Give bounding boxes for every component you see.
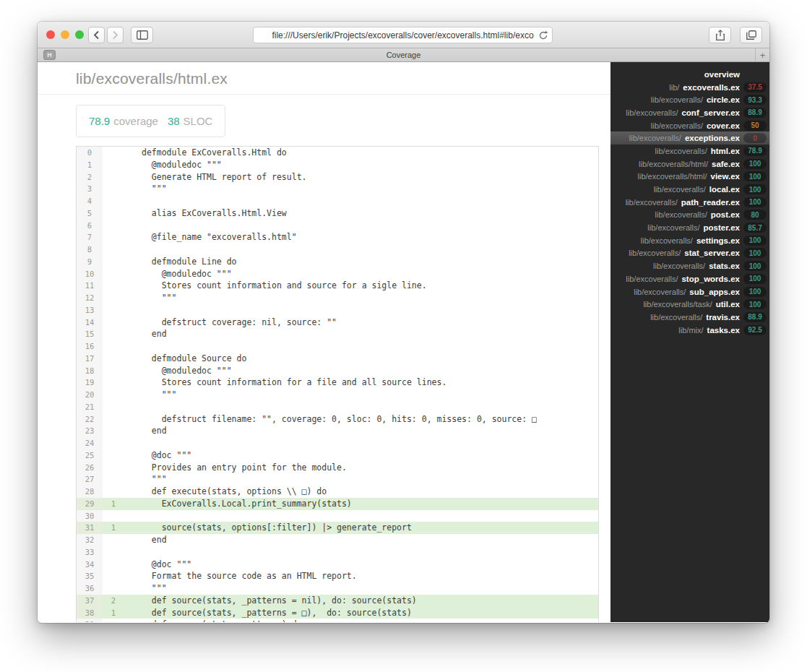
code-line-row: 23 end [77, 425, 598, 437]
line-hit-count [103, 449, 124, 462]
sidebar-file-item[interactable]: lib/excoveralls/ path_reader.ex 100 [610, 196, 769, 209]
line-source [124, 220, 142, 232]
minimize-button[interactable] [61, 30, 69, 39]
code-line-row: 10 @moduledoc """ [77, 268, 598, 280]
sidebar-file-item[interactable]: lib/excoveralls/ circle.ex 93.3 [610, 93, 769, 106]
line-hit-count [103, 304, 124, 316]
close-button[interactable] [46, 30, 55, 39]
line-number: 9 [77, 256, 103, 268]
file-directory: lib/excoveralls/ [626, 275, 678, 283]
line-number: 28 [77, 486, 103, 498]
line-hit-count [103, 207, 124, 220]
sidebar-file-item[interactable]: lib/excoveralls/ local.ex 100 [610, 183, 769, 196]
file-name: local.ex [709, 185, 740, 194]
line-number: 12 [77, 292, 103, 304]
coverage-metric: 78.9 coverage [89, 115, 158, 127]
sidebar-file-item[interactable]: lib/excoveralls/ stop_words.ex 100 [610, 272, 769, 285]
sidebar-file-item[interactable]: overview [610, 68, 769, 81]
line-source: Generate HTML report of result. [124, 171, 306, 184]
tab-bar: H Coverage + [38, 48, 769, 62]
sidebar-file-item[interactable]: lib/excoveralls/ post.ex 80 [610, 209, 769, 222]
sidebar-file-item[interactable]: lib/excoveralls/ settings.ex 100 [610, 234, 769, 247]
code-line-row: 19 Stores count information for a file a… [77, 376, 598, 389]
coverage-percent-badge: 78.9 [743, 146, 767, 156]
line-hit-count: 2 [103, 595, 124, 607]
active-tab-title[interactable]: Coverage [38, 51, 769, 59]
line-source: @moduledoc """ [124, 365, 232, 377]
line-number: 14 [77, 316, 103, 329]
sidebar-file-item[interactable]: lib/excoveralls/ stats.ex 100 [610, 259, 769, 272]
code-line-row: 14 defstruct coverage: nil, source: "" [77, 316, 598, 329]
reload-icon[interactable] [538, 30, 548, 40]
sidebar-file-item[interactable]: lib/excoveralls/html/ view.ex 100 [610, 171, 769, 184]
line-number: 4 [77, 195, 103, 207]
file-name: cover.ex [707, 121, 740, 130]
code-line-row: 38 1 def source(stats, _patterns = □), d… [77, 607, 598, 619]
share-button[interactable] [709, 27, 731, 43]
file-name: view.ex [711, 172, 741, 181]
sidebar-file-item[interactable]: lib/excoveralls/ stat_server.ex 100 [610, 247, 769, 260]
line-source: defmodule Source do [124, 353, 246, 365]
line-hit-count [103, 486, 124, 498]
sidebar-file-item[interactable]: lib/excoveralls/ conf_server.ex 88.9 [610, 106, 769, 119]
code-line-row: 29 1 ExCoveralls.Local.print_summary(sta… [77, 498, 598, 510]
code-line-row: 27 """ [77, 473, 598, 486]
coverage-value: 78.9 [89, 115, 110, 127]
sidebar-file-item[interactable]: lib/excoveralls/ html.ex 78.9 [610, 145, 769, 158]
tab-overview-button[interactable] [740, 27, 762, 43]
sidebar-toggle-button[interactable] [131, 27, 153, 43]
line-number: 7 [77, 231, 103, 244]
sidebar-file-item[interactable]: lib/excoveralls/ sub_apps.ex 100 [610, 285, 769, 298]
line-source: @file_name "excoveralls.html" [124, 231, 297, 244]
line-source: """ [124, 473, 167, 486]
line-hit-count [103, 256, 124, 268]
sidebar-file-item[interactable]: lib/ excoveralls.ex 37.5 [610, 81, 769, 94]
page-content: lib/excoveralls/html.ex 78.9 coverage 38… [38, 62, 769, 622]
line-hit-count [103, 159, 124, 171]
code-line-row: 1 @moduledoc """ [77, 159, 598, 171]
address-bar[interactable]: file:///Users/erik/Projects/excoveralls/… [253, 27, 553, 43]
code-line-row: 37 2 def source(stats, _patterns = nil),… [77, 595, 598, 607]
file-directory: lib/excoveralls/ [626, 108, 678, 117]
file-name: settings.ex [696, 236, 740, 245]
new-tab-button[interactable]: + [755, 48, 769, 61]
sidebar-file-item[interactable]: lib/excoveralls/ poster.ex 85.7 [610, 221, 769, 234]
sidebar-file-item[interactable]: lib/excoveralls/ cover.ex 50 [610, 119, 769, 132]
file-directory: lib/excoveralls/ [655, 147, 707, 155]
line-hit-count [103, 389, 124, 401]
line-source: Format the source code as an HTML report… [124, 570, 357, 582]
line-hit-count [103, 365, 124, 377]
line-hit-count [103, 619, 124, 622]
zoom-button[interactable] [75, 30, 84, 39]
file-name: sub_apps.ex [689, 288, 740, 296]
file-directory: lib/excoveralls/ [651, 121, 703, 130]
window-controls [46, 30, 84, 39]
line-source [124, 546, 142, 559]
code-line-row: 18 @moduledoc """ [77, 365, 598, 377]
line-source: @moduledoc """ [124, 159, 222, 171]
code-line-row: 22 defstruct filename: "", coverage: 0, … [77, 413, 598, 426]
back-button[interactable] [88, 27, 105, 43]
sidebar-file-item[interactable]: lib/excoveralls/task/ util.ex 100 [610, 298, 769, 311]
line-number: 13 [77, 304, 103, 316]
file-directory: lib/excoveralls/ [634, 288, 686, 296]
code-line-row: 35 Format the source code as an HTML rep… [77, 570, 598, 582]
sidebar-file-item[interactable]: lib/excoveralls/ exceptions.ex 0 [610, 132, 769, 145]
sidebar-file-item[interactable]: lib/excoveralls/html/ safe.ex 100 [610, 158, 769, 171]
forward-button[interactable] [107, 27, 124, 43]
code-line-row: 2 Generate HTML report of result. [77, 171, 598, 184]
line-number: 24 [77, 437, 103, 449]
coverage-percent-badge: 92.5 [743, 325, 767, 335]
file-directory: lib/excoveralls/ [655, 210, 707, 219]
sidebar-file-item[interactable]: lib/excoveralls/ travis.ex 88.9 [610, 311, 769, 324]
file-directory: lib/mix/ [678, 326, 703, 335]
line-source: Stores count information and source for … [124, 280, 427, 292]
file-name: circle.ex [707, 95, 740, 104]
sidebar-file-item[interactable]: lib/mix/ tasks.ex 92.5 [610, 324, 769, 337]
sloc-metric: 38 SLOC [168, 115, 213, 127]
file-directory: lib/excoveralls/ [641, 236, 693, 245]
line-number: 20 [77, 389, 103, 401]
line-number: 33 [77, 546, 103, 559]
tab-favicon: H [43, 50, 56, 60]
line-source: """ [124, 389, 176, 401]
